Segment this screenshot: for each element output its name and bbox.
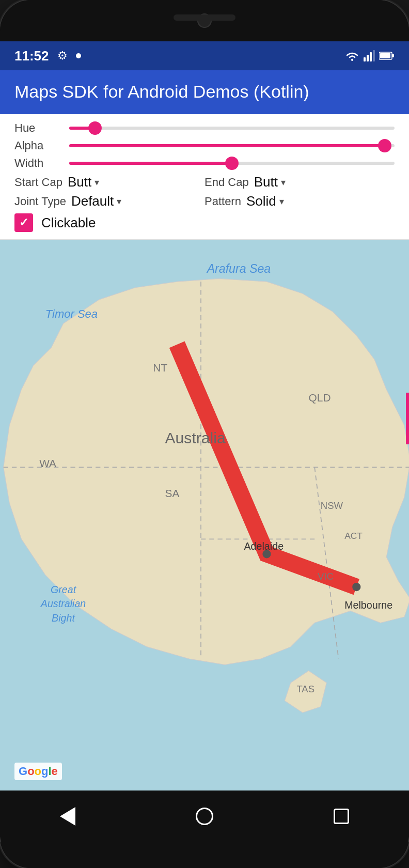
joint-type-label: Joint Type [14, 195, 66, 208]
width-label: Width [14, 157, 61, 170]
svg-text:NT: NT [153, 362, 167, 374]
svg-text:NSW: NSW [321, 500, 343, 511]
home-icon [196, 808, 213, 825]
google-o1: o [27, 765, 34, 778]
svg-text:Bight: Bight [52, 612, 75, 624]
speaker-bar [174, 14, 235, 21]
svg-rect-1 [364, 57, 366, 61]
svg-text:QLD: QLD [309, 392, 331, 404]
svg-text:VIC: VIC [318, 571, 334, 582]
signal-icon [364, 50, 375, 61]
start-cap-group: Start Cap Butt ▾ [14, 174, 204, 190]
google-o2: o [35, 765, 41, 778]
alpha-slider-row: Alpha [14, 139, 395, 152]
svg-rect-7 [380, 53, 390, 58]
alpha-slider-thumb [378, 139, 391, 152]
svg-text:WA: WA [39, 457, 56, 469]
svg-text:ACT: ACT [344, 531, 363, 541]
svg-text:Timor Sea: Timor Sea [45, 307, 98, 320]
nav-bar [0, 791, 409, 842]
google-logo: G o o g l e [14, 763, 62, 780]
google-e: e [52, 765, 58, 778]
status-bar: 11:52 ⚙ [0, 41, 409, 70]
hue-slider-row: Hue [14, 121, 395, 135]
svg-rect-2 [367, 55, 369, 61]
pattern-label: Pattern [204, 195, 241, 208]
width-slider-fill [69, 162, 232, 165]
end-cap-group: End Cap Butt ▾ [204, 174, 395, 190]
hue-slider-track[interactable] [69, 127, 395, 130]
svg-text:Australia: Australia [165, 429, 226, 446]
svg-text:Great: Great [51, 584, 77, 595]
joint-type-select[interactable]: Default ▾ [71, 193, 121, 209]
alpha-slider-fill [69, 144, 385, 147]
start-cap-label: Start Cap [14, 176, 62, 189]
svg-point-0 [351, 59, 353, 61]
status-icons [345, 50, 395, 61]
svg-text:Melbourne: Melbourne [344, 599, 392, 611]
svg-rect-3 [370, 52, 372, 61]
width-slider-row: Width [14, 157, 395, 170]
map-area[interactable]: Arafura Sea Timor Sea NT QLD WA SA Austr… [0, 240, 409, 791]
gear-icon: ⚙ [57, 49, 68, 63]
pattern-value: Solid [246, 193, 276, 209]
start-cap-select[interactable]: Butt ▾ [68, 174, 99, 190]
nav-recents-button[interactable] [334, 809, 349, 824]
pattern-select[interactable]: Solid ▾ [246, 193, 284, 209]
google-g2: g [41, 765, 48, 778]
phone-bottom-bar [0, 842, 409, 868]
hue-label: Hue [14, 121, 61, 135]
width-slider-track[interactable] [69, 162, 395, 165]
alpha-slider-track[interactable] [69, 144, 395, 147]
recents-icon [334, 809, 349, 824]
status-dot [76, 53, 81, 58]
svg-rect-4 [373, 50, 375, 61]
clickable-checkbox[interactable]: ✓ [14, 213, 33, 232]
controls-panel: Hue Alpha Width [0, 114, 409, 240]
start-cap-value: Butt [68, 174, 91, 190]
dropdown-row-2: Joint Type Default ▾ Pattern Solid ▾ [14, 193, 395, 209]
svg-rect-6 [392, 54, 394, 57]
svg-text:Australian: Australian [40, 598, 86, 609]
svg-text:TAS: TAS [296, 684, 314, 694]
pattern-arrow: ▾ [279, 196, 284, 207]
wifi-icon [345, 50, 359, 61]
svg-text:Arafura Sea: Arafura Sea [206, 262, 271, 275]
end-cap-value: Butt [254, 174, 278, 190]
nav-back-button[interactable] [60, 807, 75, 826]
phone-top-bar [0, 0, 409, 41]
pattern-group: Pattern Solid ▾ [204, 193, 395, 209]
battery-icon [379, 51, 395, 60]
status-time: 11:52 [14, 48, 49, 64]
google-g: G [19, 765, 27, 778]
phone-screen: 11:52 ⚙ [0, 41, 409, 842]
hue-slider-thumb [88, 121, 102, 135]
side-button [406, 393, 409, 444]
svg-text:Adelaide: Adelaide [244, 540, 284, 552]
joint-type-group: Joint Type Default ▾ [14, 193, 204, 209]
app-bar: Maps SDK for Android Demos (Kotlin) [0, 70, 409, 114]
clickable-label: Clickable [41, 215, 96, 231]
dropdown-row-1: Start Cap Butt ▾ End Cap Butt ▾ [14, 174, 395, 190]
start-cap-arrow: ▾ [95, 177, 99, 188]
nav-home-button[interactable] [196, 808, 213, 825]
width-slider-thumb [225, 157, 239, 170]
map-svg: Arafura Sea Timor Sea NT QLD WA SA Austr… [0, 240, 409, 791]
end-cap-select[interactable]: Butt ▾ [254, 174, 286, 190]
clickable-checkbox-row[interactable]: ✓ Clickable [14, 213, 395, 232]
joint-type-arrow: ▾ [117, 196, 121, 207]
back-icon [60, 807, 75, 826]
end-cap-arrow: ▾ [281, 177, 286, 188]
app-title: Maps SDK for Android Demos (Kotlin) [14, 82, 395, 102]
joint-type-value: Default [71, 193, 114, 209]
end-cap-label: End Cap [204, 176, 249, 189]
check-icon: ✓ [19, 216, 28, 229]
svg-text:SA: SA [165, 487, 180, 499]
svg-point-14 [352, 583, 360, 591]
phone-frame: 11:52 ⚙ [0, 0, 409, 868]
alpha-label: Alpha [14, 139, 61, 152]
